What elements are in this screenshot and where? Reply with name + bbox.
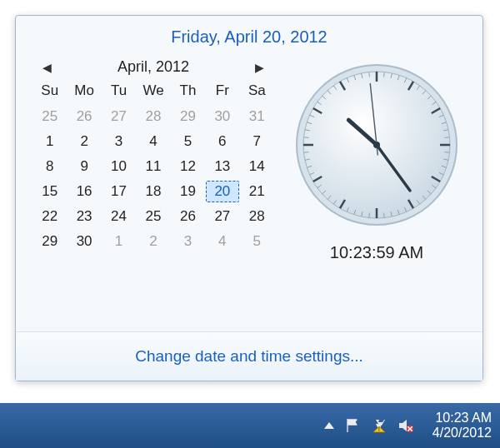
calendar-day[interactable]: 26 [68,106,101,127]
calendar-day[interactable]: 5 [171,131,204,152]
calendar-day[interactable]: 21 [240,181,273,202]
next-month-button[interactable]: ▶ [250,59,269,76]
calendar-day[interactable]: 31 [240,106,273,127]
calendar-day-selected[interactable]: 20 [206,181,239,202]
calendar-day[interactable]: 6 [206,131,239,152]
prev-month-button[interactable]: ◀ [38,59,57,76]
calendar-day[interactable]: 3 [102,131,136,152]
taskbar-time: 10:23 AM [432,411,492,426]
svg-line-48 [303,137,308,138]
calendar-day[interactable]: 25 [137,206,170,227]
popup-footer: Change date and time settings... [16,331,482,381]
digital-time: 10:23:59 AM [330,243,423,262]
calendar-day[interactable]: 30 [68,231,101,252]
calendar-day[interactable]: 4 [206,231,239,252]
current-date-header: Friday, April 20, 2012 [16,16,482,55]
calendar-day[interactable]: 4 [137,131,170,152]
calendar-day[interactable]: 11 [137,156,170,177]
calendar-dow: Th [171,82,205,102]
calendar-month-label[interactable]: April, 2012 [118,58,189,76]
svg-line-16 [445,137,450,138]
calendar-day[interactable]: 2 [68,131,101,152]
calendar-day[interactable]: 30 [206,106,239,127]
calendar-day[interactable]: 25 [33,106,67,127]
calendar-day[interactable]: 3 [171,231,204,252]
svg-line-3 [384,72,385,77]
svg-line-33 [369,213,370,218]
calendar-day[interactable]: 23 [68,206,101,227]
date-time-popup: Friday, April 20, 2012 ◀ April, 2012 ▶ S… [15,15,483,381]
calendar-day[interactable]: 18 [137,181,170,202]
calendar-day[interactable]: 19 [171,181,204,202]
svg-line-18 [445,152,450,153]
calendar-day[interactable]: 17 [102,181,136,202]
calendar-day[interactable]: 13 [206,156,239,177]
calendar-day[interactable]: 1 [102,231,136,252]
show-hidden-icons-button[interactable] [324,422,334,429]
taskbar-clock[interactable]: 10:23 AM 4/20/2012 [432,411,492,441]
calendar-dow: Tu [102,82,136,102]
calendar-day[interactable]: 1 [33,131,67,152]
power-icon[interactable]: ! [371,417,388,434]
svg-point-65 [373,142,380,148]
calendar-dow: Sa [240,82,274,102]
calendar-day[interactable]: 16 [68,181,101,202]
svg-line-61 [369,72,370,77]
calendar-day[interactable]: 29 [33,231,67,252]
taskbar: ! 10:23 AM 4/20/2012 [0,403,500,448]
action-center-icon[interactable] [344,417,361,434]
change-settings-link[interactable]: Change date and time settings... [135,347,363,365]
calendar-dow: Fr [205,82,239,102]
calendar-day[interactable]: 22 [33,206,67,227]
calendar-day[interactable]: 8 [33,156,67,177]
calendar-dow: Mo [67,82,101,102]
svg-line-31 [384,213,385,218]
calendar-day[interactable]: 7 [240,131,273,152]
calendar-day[interactable]: 15 [33,181,67,202]
calendar-day[interactable]: 10 [102,156,136,177]
system-tray: ! 10:23 AM 4/20/2012 [324,411,492,441]
calendar-day[interactable]: 27 [206,206,239,227]
calendar-day[interactable]: 5 [240,231,273,252]
analog-clock [293,62,460,228]
calendar-day[interactable]: 14 [240,156,273,177]
popup-body: ◀ April, 2012 ▶ SuMoTuWeThFrSa2526272829… [16,55,482,331]
calendar-nav: ◀ April, 2012 ▶ [32,55,274,82]
calendar-day[interactable]: 26 [171,206,204,227]
calendar: ◀ April, 2012 ▶ SuMoTuWeThFrSa2526272829… [32,55,274,325]
calendar-grid: SuMoTuWeThFrSa25262728293031123456789101… [32,82,274,252]
calendar-day[interactable]: 29 [171,106,204,127]
calendar-day[interactable]: 27 [102,106,136,127]
calendar-dow: We [136,82,170,102]
svg-line-46 [303,152,308,153]
volume-icon[interactable] [398,417,414,434]
calendar-day[interactable]: 24 [102,206,136,227]
calendar-day[interactable]: 28 [137,106,170,127]
svg-text:!: ! [378,426,380,432]
calendar-dow: Su [32,82,67,102]
clock-panel: 10:23:59 AM [282,55,471,325]
calendar-day[interactable]: 2 [137,231,170,252]
taskbar-date: 4/20/2012 [432,426,492,441]
calendar-day[interactable]: 12 [171,156,204,177]
calendar-day[interactable]: 9 [68,156,101,177]
calendar-day[interactable]: 28 [240,206,273,227]
